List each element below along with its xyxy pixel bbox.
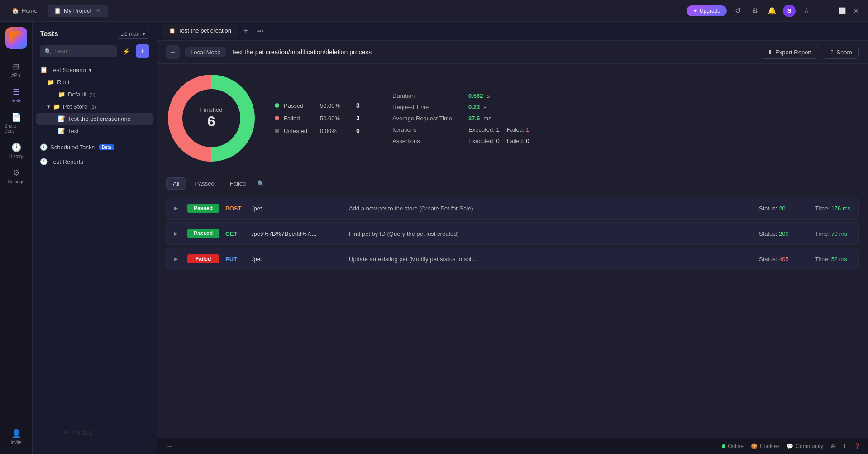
upload-button[interactable]: ⬆ [842,443,847,449]
title-bar: 🏠 Home 📋 My Project ✕ ✦ Upgrade ↺ ⚙ 🔔 S … [0,0,868,22]
project-tab[interactable]: 📋 My Project ✕ [48,5,108,17]
export-report-button[interactable]: ⬇ Export Report [761,46,818,59]
sidebar-item-settings[interactable]: ⚙ Settings [3,164,30,188]
test-description: Add a new pet to the store (Create Pet f… [349,205,753,212]
pet-creation-label: Test the pet creation/mo [68,115,131,122]
filter-button[interactable]: ⚡ [119,44,133,58]
expand-arrow[interactable]: ▶ [174,230,181,237]
default-folder[interactable]: 📁 Default (0) [36,88,153,100]
legend-passed: Passed 50.00% 3 [275,102,374,109]
duration-label: Duration [392,92,465,99]
test-reports-header[interactable]: 🕐 Test Reports [36,155,153,168]
test-time: Time: 79 ms [815,230,851,237]
scheduled-label: Scheduled Tasks [50,144,95,151]
tab-close-button[interactable]: ✕ [94,7,101,14]
upgrade-label: Upgrade [700,8,720,14]
scenario-chevron: ▾ [89,67,92,73]
branch-selector[interactable]: ⎇ main ▾ [117,29,149,39]
minimize-button[interactable]: ─ [821,5,834,17]
test-time: Time: 176 ms [815,205,851,212]
sidebar-item-sharedocs[interactable]: 📄 Share Docs [3,109,30,137]
bottom-bar-right: Online 🍪 Cookies 💬 Community ⊕ ⬆ ❓ [722,443,861,449]
scheduled-tasks-section: 🕐 Scheduled Tasks Beta [36,141,153,153]
refresh-button[interactable]: ↺ [731,5,744,17]
test-status-code: Status: 405 [759,256,809,263]
status-badge: Passed [187,204,219,213]
pet-creation-item[interactable]: 📝 Test the pet creation/mo [36,113,153,125]
tests-label: Tests [11,98,21,103]
add-button[interactable]: + [136,44,149,58]
user-avatar[interactable]: S [783,5,796,17]
cookies-button[interactable]: 🍪 Cookies [751,443,779,449]
online-status[interactable]: Online [722,443,744,449]
passed-pct: 50.00% [320,102,352,109]
test-path: /pet [252,256,343,263]
expand-arrow[interactable]: ▶ [174,205,181,211]
filter-tabs: All Passed Failed 🔍 [166,177,859,190]
duration-value: 0.562 [468,92,483,99]
tab-more-button[interactable]: ••• [254,25,267,38]
filter-search-button[interactable]: 🔍 [254,177,267,190]
request-time-unit: s [483,104,486,110]
default-folder-icon: 📁 [58,91,65,98]
tree-title: Tests [40,30,58,38]
title-bar-left: 🏠 Home 📋 My Project ✕ [5,5,683,17]
sharedocs-icon: 📄 [11,112,21,122]
tab-add-button[interactable]: + [239,25,252,38]
add-bottom-button[interactable]: ⊕ [830,443,835,449]
assertions-executed: Executed: 0 [468,138,500,144]
iterations-label: Iterations [392,126,465,133]
main-layout: ⊞ APIs ☰ Tests 📄 Share Docs 🕐 History ⚙ … [0,22,868,454]
sidebar-item-history[interactable]: 🕐 History [3,139,30,162]
filter-passed[interactable]: Passed [188,177,221,190]
avg-request-unit: ms [483,115,491,122]
toolbar: ← Local Mock Test the pet creation/modif… [157,41,868,64]
upgrade-button[interactable]: ✦ Upgrade [687,5,727,16]
test-item-icon: 📝 [58,128,65,134]
test-path: /pet [252,205,343,212]
table-row[interactable]: ▶ Passed POST /pet Add a new pet to the … [166,197,859,220]
help-button[interactable]: ❓ [854,443,861,449]
filter-failed[interactable]: Failed [223,177,253,190]
sidebar-item-apis[interactable]: ⊞ APIs [3,58,30,81]
table-row[interactable]: ▶ Passed GET /pet/%7B%7BpetId%7.... Find… [166,222,859,245]
test-scenario-header[interactable]: 📋 Test Scenario ▾ [36,63,153,76]
petstore-folder[interactable]: ▾ 📁 Pet Store (1) [36,100,153,113]
community-button[interactable]: 💬 Community [787,443,823,449]
home-icon: 🏠 [12,7,19,14]
untested-count: 0 [356,127,360,134]
project-tab-label: My Project [64,7,91,14]
status-badge: Passed [187,229,219,238]
petstore-folder-label: Pet Store [63,103,87,110]
env-badge[interactable]: Local Mock [185,47,226,57]
sidebar-item-tests[interactable]: ☰ Tests [3,83,30,107]
test-status-code: Status: 201 [759,205,809,212]
share-button[interactable]: ⤴ Share [824,46,859,59]
table-row[interactable]: ▶ Failed PUT /pet Update an existing pet… [166,248,859,270]
test-reports-label: Test Reports [50,158,83,165]
bookmark-button[interactable]: ☆ [800,5,813,17]
bottom-nav-button[interactable]: ⊣ [164,441,175,452]
content-tab-active[interactable]: 📋 Test the pet creation [162,24,238,38]
project-icon: 📋 [54,7,61,14]
metric-request-time: Request Time 0.23 s [392,104,859,110]
home-tab[interactable]: 🏠 Home [5,5,44,17]
close-button[interactable]: ✕ [850,5,863,17]
passed-dot [275,103,279,108]
test-item[interactable]: 📝 Test [36,125,153,137]
settings-gear-button[interactable]: ⚙ [749,5,761,17]
notification-button[interactable]: 🔔 [766,5,778,17]
scheduled-tasks-header[interactable]: 🕐 Scheduled Tasks Beta [36,141,153,153]
assertions-sub: Executed: 0 Failed: 0 [468,138,529,144]
logo [5,27,27,49]
branch-icon: ⎇ [121,31,127,37]
expand-arrow[interactable]: ▶ [174,256,181,262]
sidebar-item-invite[interactable]: 👤 Invite [3,425,30,449]
request-time-value: 0.23 [468,104,480,110]
back-button[interactable]: ← [166,45,180,59]
filter-all[interactable]: All [166,177,186,190]
root-folder[interactable]: 📁 Root [36,76,153,88]
maximize-button[interactable]: ⬜ [835,5,848,17]
assertions-label: Assertions [392,138,465,144]
search-input[interactable] [54,48,112,54]
